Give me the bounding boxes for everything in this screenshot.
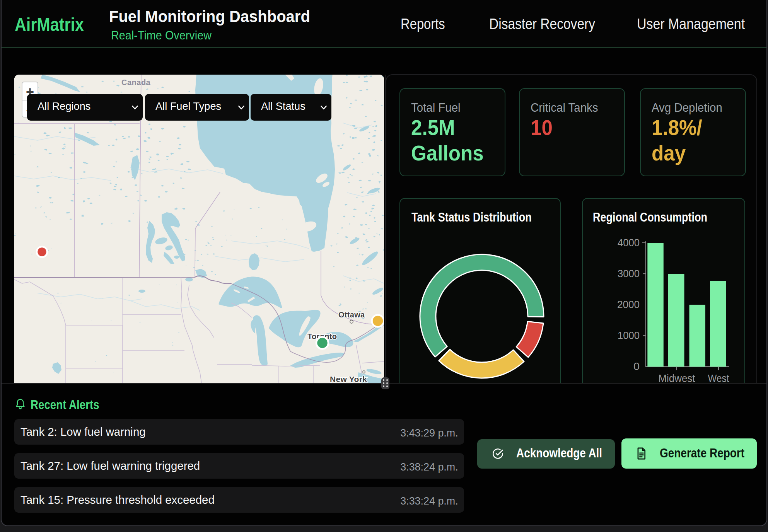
svg-text:New York: New York [330,375,367,383]
svg-text:2000: 2000 [617,298,640,310]
svg-text:1000: 1000 [618,329,640,341]
svg-text:Canada: Canada [121,78,151,87]
svg-text:3000: 3000 [618,268,640,280]
svg-text:Ottawa: Ottawa [338,310,365,319]
svg-text:4000: 4000 [618,237,640,249]
svg-text:Midwest: Midwest [659,372,695,383]
svg-text:West: West [708,372,729,383]
svg-text:0: 0 [633,360,640,372]
